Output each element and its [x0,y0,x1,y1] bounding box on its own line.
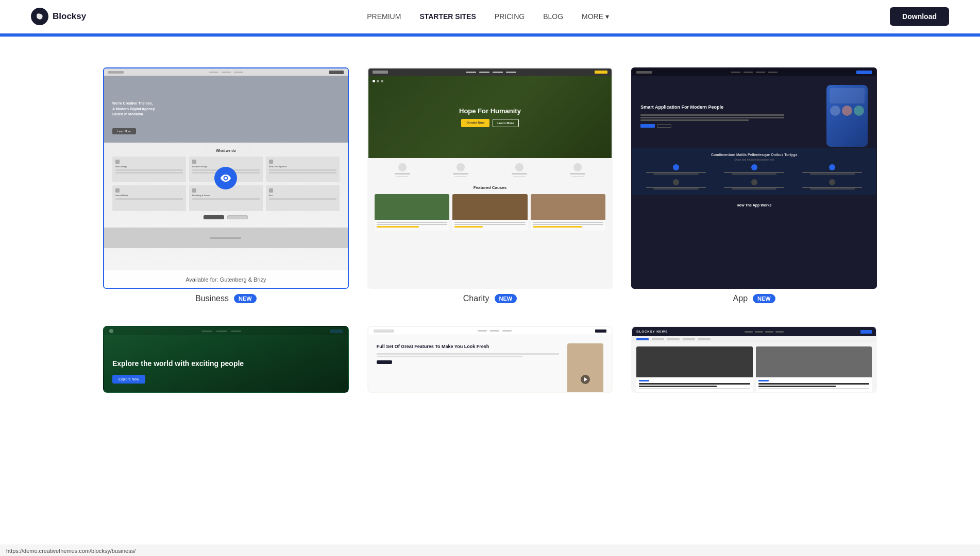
charity-hero-title: Hope For Humanity [459,107,521,115]
barber-preview[interactable]: Full Set Of Great Features To Make You L… [367,326,613,393]
nav-starter-sites[interactable]: STARTER SITES [419,12,476,21]
header: Blocksy PREMIUM STARTER SITES PRICING BL… [0,0,980,33]
travel-hero-title: Explore the world with exciting people [112,359,340,368]
travel-card: Explore the world with exciting people E… [103,326,349,393]
news-logo: BLOCKSY NEWS [636,330,668,333]
travel-preview[interactable]: Explore the world with exciting people E… [103,326,349,393]
charity-badge: NEW [495,294,517,303]
main-nav: PREMIUM STARTER SITES PRICING BLOG MORE … [367,12,609,21]
app-card: Smart Application For Modern People [631,67,877,307]
preview-eye-icon[interactable] [214,167,237,189]
app-preview[interactable]: Smart Application For Modern People [631,67,877,289]
news-preview[interactable]: BLOCKSY NEWS [631,326,877,393]
app-title: App [733,294,748,303]
business-title: Business [195,294,229,303]
charity-title: Charity [463,294,489,303]
news-card: BLOCKSY NEWS [631,326,877,393]
business-badge: NEW [234,294,257,303]
business-card: We're Creative Themes,A Modern Digital A… [103,67,349,307]
barber-hero-title: Full Set Of Great Features To Make You L… [377,343,560,350]
nav-pricing[interactable]: PRICING [495,12,525,21]
charity-card-footer: Charity NEW [367,294,613,307]
business-card-footer: Business NEW [103,294,349,307]
app-works-title: How The App Works [638,200,870,210]
download-button[interactable]: Download [890,7,949,26]
app-badge: NEW [753,294,775,303]
logo-area[interactable]: Blocksy [31,8,86,25]
business-preview[interactable]: We're Creative Themes,A Modern Digital A… [103,67,349,289]
nav-blog[interactable]: BLOG [543,12,563,21]
nav-premium[interactable]: PREMIUM [367,12,401,21]
sites-grid: We're Creative Themes,A Modern Digital A… [103,67,877,393]
nav-more[interactable]: MORE ▾ [582,12,609,21]
main-content: We're Creative Themes,A Modern Digital A… [0,37,980,413]
logo-icon [31,8,48,25]
charity-card: Hope For Humanity Donate Now Learn More [367,67,613,307]
available-for-label: Available for: Gutenberg & Brizy [185,276,266,283]
barber-card: Full Set Of Great Features To Make You L… [367,326,613,393]
logo-text: Blocksy [53,11,86,22]
chevron-down-icon: ▾ [605,12,609,21]
app-card-footer: App NEW [631,294,877,307]
charity-preview[interactable]: Hope For Humanity Donate Now Learn More [367,67,613,289]
app-hero-title: Smart Application For Modern People [640,104,820,111]
